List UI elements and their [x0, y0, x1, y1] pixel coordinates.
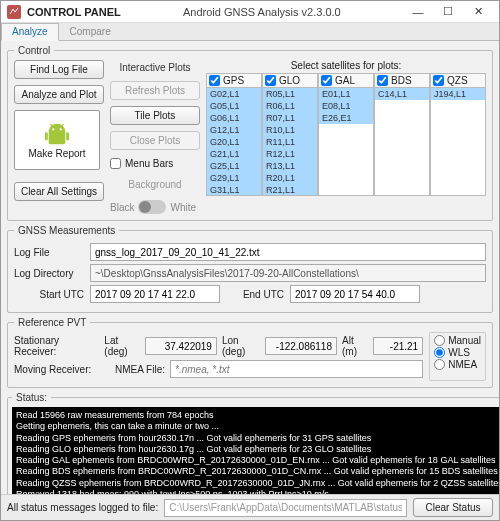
- radio-wls[interactable]: WLS: [434, 347, 481, 358]
- sat-header-glo[interactable]: GLO: [262, 73, 318, 88]
- satellite-area: Select satellites for plots: GPSG02,L1G0…: [206, 60, 486, 214]
- sat-checkbox-gps[interactable]: [209, 75, 220, 86]
- sat-checkbox-qzs[interactable]: [433, 75, 444, 86]
- sat-header-qzs[interactable]: QZS: [430, 73, 486, 88]
- sat-item[interactable]: R21,L1: [263, 184, 317, 196]
- sat-list-qzs[interactable]: J194,L1: [430, 88, 486, 196]
- lat-input[interactable]: [145, 337, 217, 355]
- status-line: Reading QZSS ephemeris from BRDC00WRD_R_…: [16, 478, 499, 489]
- log-file-label: Log File: [14, 247, 84, 258]
- radio-nmea[interactable]: NMEA: [434, 359, 481, 370]
- footer-path-input[interactable]: [164, 499, 407, 517]
- lon-label: Lon (deg): [222, 335, 260, 357]
- clear-all-button[interactable]: Clear All Settings: [14, 182, 104, 201]
- sat-item[interactable]: G29,L1: [207, 172, 261, 184]
- tab-bar: Analyze Compare: [1, 23, 499, 41]
- alt-input[interactable]: [373, 337, 423, 355]
- tab-compare[interactable]: Compare: [59, 23, 122, 40]
- android-icon: [42, 122, 72, 146]
- sat-item[interactable]: R13,L1: [263, 160, 317, 172]
- menu-bars-checkbox[interactable]: Menu Bars: [110, 158, 200, 169]
- status-line: Getting ephemeris, this can take a minut…: [16, 421, 499, 432]
- app-window: CONTROL PANEL Android GNSS Analysis v2.3…: [0, 0, 500, 521]
- analyze-plot-button[interactable]: Analyze and Plot: [14, 85, 104, 104]
- sat-item[interactable]: R20,L1: [263, 172, 317, 184]
- status-line: Reading BDS ephemeris from BRDC00WRD_R_2…: [16, 466, 499, 477]
- end-utc-input[interactable]: [290, 285, 420, 303]
- sat-header-bds[interactable]: BDS: [374, 73, 430, 88]
- lon-input[interactable]: [265, 337, 337, 355]
- status-line: Reading GPS ephemeris from hour2630.17n …: [16, 433, 499, 444]
- control-left-column: Find Log File Analyze and Plot Make Repo…: [14, 60, 104, 214]
- sat-item[interactable]: G02,L1: [207, 88, 261, 100]
- sat-header-gal[interactable]: GAL: [318, 73, 374, 88]
- make-report-button[interactable]: Make Report: [14, 110, 100, 170]
- make-report-label: Make Report: [28, 148, 85, 159]
- window-buttons: — ☐ ✕: [403, 2, 493, 22]
- start-utc-label: Start UTC: [14, 289, 84, 300]
- sat-checkbox-gal[interactable]: [321, 75, 332, 86]
- sat-item[interactable]: E26,E1: [319, 112, 373, 124]
- gnss-measurements-group: GNSS Measurements Log File Log Directory…: [7, 225, 493, 313]
- sat-list-gps[interactable]: G02,L1G05,L1G06,L1G12,L1G20,L1G21,L1G25,…: [206, 88, 262, 196]
- sat-item[interactable]: C14,L1: [375, 88, 429, 100]
- log-dir-label: Log Directory: [14, 268, 84, 279]
- tab-analyze[interactable]: Analyze: [1, 23, 59, 41]
- sat-item[interactable]: E08,L1: [319, 100, 373, 112]
- start-utc-input[interactable]: [90, 285, 220, 303]
- status-group: Status: Read 15966 raw measurements from…: [7, 392, 499, 494]
- sat-item[interactable]: R10,L1: [263, 124, 317, 136]
- sat-header-gps[interactable]: GPS: [206, 73, 262, 88]
- footer-label: All status messages logged to file:: [7, 502, 158, 513]
- clear-status-button[interactable]: Clear Status: [413, 498, 493, 517]
- status-legend: Status:: [12, 392, 51, 403]
- sat-item[interactable]: G06,L1: [207, 112, 261, 124]
- sat-item[interactable]: R05,L1: [263, 88, 317, 100]
- titlebar: CONTROL PANEL Android GNSS Analysis v2.3…: [1, 1, 499, 23]
- sat-item[interactable]: R06,L1: [263, 100, 317, 112]
- sat-list-bds[interactable]: C14,L1: [374, 88, 430, 196]
- close-button[interactable]: ✕: [463, 2, 493, 22]
- sat-item[interactable]: R12,L1: [263, 148, 317, 160]
- minimize-button[interactable]: —: [403, 2, 433, 22]
- sat-item[interactable]: G05,L1: [207, 100, 261, 112]
- refresh-plots-button[interactable]: Refresh Plots: [110, 81, 200, 100]
- log-file-input[interactable]: [90, 243, 486, 261]
- status-console[interactable]: Read 15966 raw measurements from 784 epo…: [12, 407, 499, 494]
- sat-item[interactable]: G20,L1: [207, 136, 261, 148]
- footer: All status messages logged to file: Clea…: [1, 494, 499, 520]
- lat-label: Lat (deg): [104, 335, 140, 357]
- main-body: Control Find Log File Analyze and Plot M…: [1, 41, 499, 494]
- nmea-file-input[interactable]: [170, 360, 423, 378]
- gnss-legend: GNSS Measurements: [14, 225, 119, 236]
- sat-item[interactable]: G31,L1: [207, 184, 261, 196]
- end-utc-label: End UTC: [226, 289, 284, 300]
- sat-list-gal[interactable]: E01,L1E08,L1E26,E1: [318, 88, 374, 196]
- sat-list-glo[interactable]: R05,L1R06,L1R07,L1R10,L1R11,L1R12,L1R13,…: [262, 88, 318, 196]
- background-toggle[interactable]: [138, 200, 166, 214]
- sat-item[interactable]: G25,L1: [207, 160, 261, 172]
- alt-label: Alt (m): [342, 335, 368, 357]
- sat-checkbox-bds[interactable]: [377, 75, 388, 86]
- reference-pvt-group: Reference PVT Stationary Receiver: Lat (…: [7, 317, 493, 388]
- ref-legend: Reference PVT: [14, 317, 90, 328]
- sat-item[interactable]: G21,L1: [207, 148, 261, 160]
- close-plots-button[interactable]: Close Plots: [110, 131, 200, 150]
- log-dir-input[interactable]: [90, 264, 486, 282]
- sat-item[interactable]: G12,L1: [207, 124, 261, 136]
- interactive-plots-label: Interactive Plots: [110, 62, 200, 73]
- tile-plots-button[interactable]: Tile Plots: [110, 106, 200, 125]
- find-log-button[interactable]: Find Log File: [14, 60, 104, 79]
- sat-item[interactable]: J194,L1: [431, 88, 485, 100]
- sat-item[interactable]: R11,L1: [263, 136, 317, 148]
- radio-manual[interactable]: Manual: [434, 335, 481, 346]
- sat-item[interactable]: R07,L1: [263, 112, 317, 124]
- maximize-button[interactable]: ☐: [433, 2, 463, 22]
- sat-item[interactable]: E01,L1: [319, 88, 373, 100]
- menu-bars-input[interactable]: [110, 158, 121, 169]
- status-line: Reading GLO ephemeris from hour2630.17g …: [16, 444, 499, 455]
- svg-rect-3: [45, 132, 48, 140]
- moving-label: Moving Receiver:: [14, 364, 110, 375]
- control-legend: Control: [14, 45, 54, 56]
- sat-checkbox-glo[interactable]: [265, 75, 276, 86]
